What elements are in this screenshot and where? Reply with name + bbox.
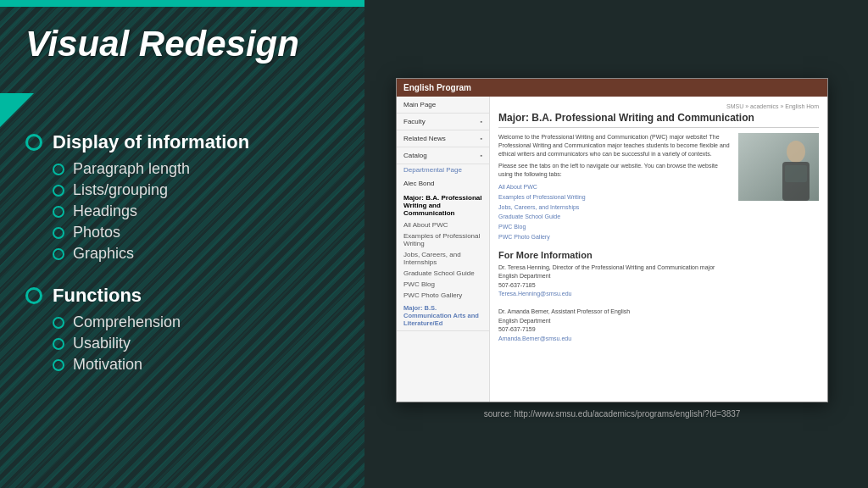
nav-jobs: Jobs, Careers, and Internships xyxy=(397,249,489,268)
contact2-dept: English Department xyxy=(498,317,819,326)
section1-icon xyxy=(25,134,42,151)
sub-icon-1 xyxy=(53,164,64,175)
list-item-5: PWC Blog xyxy=(498,223,732,231)
contact1-phone: 507-637-7185 xyxy=(498,281,819,291)
browser-body: Main Page Faculty ▪ Related News ▪ Catal… xyxy=(397,97,827,402)
list-item-3: Jobs, Careers, and Internships xyxy=(498,203,732,212)
left-panel: Visual Redesign Display of information P… xyxy=(0,0,364,488)
section2-bullet: Functions xyxy=(25,285,356,307)
section1-bullet: Display of information xyxy=(25,131,356,153)
sub-icon-6 xyxy=(53,317,64,329)
svg-point-1 xyxy=(787,141,805,163)
breadcrumb: SMSU » academics » English Hom xyxy=(498,103,819,109)
list-item-1: All About PWC xyxy=(498,183,732,191)
nav-catalog-icon: ▪ xyxy=(481,152,482,158)
nav-gallery: PWC Photo Gallery xyxy=(397,290,489,301)
section1-label: Display of information xyxy=(53,131,249,153)
sub-label-7: Usability xyxy=(73,335,131,352)
nav-bs: Major: B.S. Communication Arts and Liter… xyxy=(397,301,489,331)
contact2-email: Amanda.Bemer@smsu.edu xyxy=(498,335,819,344)
sub-icon-4 xyxy=(53,227,64,239)
sub-label-8: Motivation xyxy=(73,356,142,374)
browser-screenshot: English Program Main Page Faculty ▪ Rela… xyxy=(396,78,828,402)
content-area: Display of information Paragraph length … xyxy=(25,131,356,380)
sub-icon-8 xyxy=(53,359,64,371)
person-silhouette-svg xyxy=(738,133,819,201)
nav-examples: Examples of Professional Writing xyxy=(397,230,489,249)
contact1-dept: English Department xyxy=(498,272,819,281)
sub-bullet-8: Motivation xyxy=(53,356,356,374)
nav-faculty-icon: ▪ xyxy=(481,119,482,125)
sub-label-1: Paragraph length xyxy=(73,160,190,178)
slide: Visual Redesign Display of information P… xyxy=(0,0,868,488)
list-item-4: Graduate School Guide xyxy=(498,213,732,221)
contact-info: Dr. Teresa Henning, Director of the Prof… xyxy=(498,263,819,344)
nav-faculty: Faculty ▪ xyxy=(397,114,489,130)
sub-bullet-4: Photos xyxy=(53,224,356,241)
sub-icon-7 xyxy=(53,338,64,350)
sub-label-5: Graphics xyxy=(73,245,134,263)
section-gap xyxy=(25,269,356,285)
sub-label-2: Lists/grouping xyxy=(73,181,168,199)
nav-grad: Graduate School Guide xyxy=(397,268,489,279)
person-image xyxy=(738,133,819,201)
nav-about: All About PWC xyxy=(397,219,489,230)
section1-subbullets: Paragraph length Lists/grouping Headings… xyxy=(53,160,356,263)
main-page-heading: Major: B.A. Professional Writing and Com… xyxy=(498,112,819,128)
contact1-email: Teresa.Henning@smsu.edu xyxy=(498,290,819,299)
contact1-name: Dr. Teresa Henning, Director of the Prof… xyxy=(498,263,819,273)
content-columns: Welcome to the Professional Writing and … xyxy=(498,133,819,243)
svg-rect-3 xyxy=(785,165,807,182)
browser-header: English Program xyxy=(397,79,827,97)
sub-label-4: Photos xyxy=(73,224,120,241)
sub-bullet-7: Usability xyxy=(53,335,356,352)
slide-title: Visual Redesign xyxy=(25,24,299,64)
sub-bullet-1: Paragraph length xyxy=(53,160,356,178)
nav-main-page: Main Page xyxy=(397,97,489,114)
section2-label: Functions xyxy=(53,285,142,307)
nav-catalog: Catalog ▪ xyxy=(397,147,489,164)
sub-bullet-6: Comprehension xyxy=(53,313,356,331)
sub-label-6: Comprehension xyxy=(73,313,181,331)
link-list: All About PWC Examples of Professional W… xyxy=(498,183,732,241)
teal-top-bar xyxy=(0,0,364,7)
sub-icon-3 xyxy=(53,206,64,218)
sub-icon-5 xyxy=(53,248,64,260)
list-item-6: PWC Photo Gallery xyxy=(498,233,732,241)
nav-related-news: Related News ▪ xyxy=(397,130,489,147)
section2-icon xyxy=(25,287,42,304)
section2-subbullets: Comprehension Usability Motivation xyxy=(53,313,356,374)
contact2-phone: 507-637-7159 xyxy=(498,325,819,335)
source-text: source: http://www.smsu.edu/academics/pr… xyxy=(484,409,741,419)
sub-label-3: Headings xyxy=(73,202,137,220)
sub-bullet-3: Headings xyxy=(53,202,356,220)
nav-dept-page: Departmental Page xyxy=(397,164,489,175)
nav-major-bold: Major: B.A. Professional Writing and Com… xyxy=(397,191,489,219)
list-item-2: Examples of Professional Writing xyxy=(498,193,732,202)
image-column xyxy=(738,133,819,243)
contact2-name: Dr. Amanda Bemer, Assistant Professor of… xyxy=(498,308,819,317)
nav-news-icon: ▪ xyxy=(481,136,482,141)
right-panel: English Program Main Page Faculty ▪ Rela… xyxy=(364,0,868,488)
chevron-decoration xyxy=(0,93,34,127)
sub-bullet-5: Graphics xyxy=(53,245,356,263)
sub-bullet-2: Lists/grouping xyxy=(53,181,356,199)
body-text-2: Please see the tabs on the left to navig… xyxy=(498,162,732,179)
body-text-1: Welcome to the Professional Writing and … xyxy=(498,133,732,158)
nav-person: Alec Bond xyxy=(397,175,489,191)
browser-main: SMSU » academics » English Hom Major: B.… xyxy=(490,97,827,402)
sub-icon-2 xyxy=(53,185,64,197)
more-info-heading: For More Information xyxy=(498,250,819,260)
nav-blog: PWC Blog xyxy=(397,279,489,290)
text-column: Welcome to the Professional Writing and … xyxy=(498,133,732,243)
browser-nav: Main Page Faculty ▪ Related News ▪ Catal… xyxy=(397,97,490,402)
